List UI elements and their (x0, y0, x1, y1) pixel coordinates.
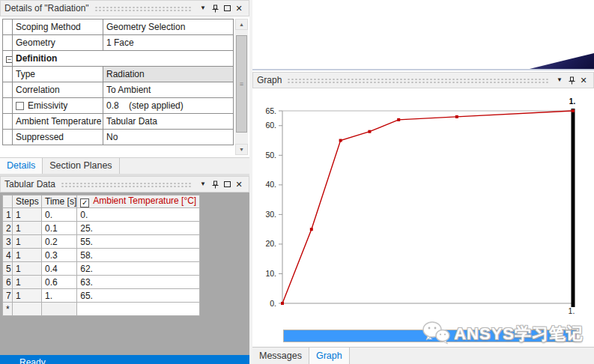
table-row[interactable]: 110.0. (3, 208, 200, 222)
cell-steps[interactable]: 1 (13, 289, 42, 303)
property-row[interactable]: −Definition (3, 51, 234, 67)
cell-ambient-temperature[interactable] (77, 303, 200, 316)
column-header-ambient-temperature[interactable]: ✓Ambient Temperature [°C] (77, 195, 200, 208)
maximize-icon[interactable] (221, 2, 233, 14)
ambient-temperature-checkbox[interactable]: ✓ (80, 198, 89, 207)
property-row[interactable]: Scoping MethodGeometry Selection (3, 19, 234, 35)
tab-section-planes[interactable]: Section Planes (43, 158, 119, 175)
cell-ambient-temperature[interactable]: 0. (77, 208, 200, 222)
property-label: Suppressed (13, 130, 103, 145)
dropdown-arrow-icon[interactable]: ▼ (554, 74, 566, 86)
cell-time[interactable]: 0.1 (42, 222, 77, 235)
table-row[interactable]: * (3, 303, 200, 316)
property-row[interactable]: Emissivity0.8 (step applied) (3, 98, 234, 114)
table-row[interactable]: 510.462. (3, 262, 200, 276)
graph-chart-svg[interactable]: 0.10.20.30.40.50.60.65.1.1. (252, 90, 594, 330)
property-row[interactable]: SuppressedNo (3, 130, 234, 145)
property-row[interactable]: Geometry1 Face (3, 35, 234, 51)
property-value[interactable]: No (103, 130, 234, 145)
maximize-icon[interactable] (221, 178, 233, 190)
details-scrollbar[interactable]: ▲ ≡ ▼ (235, 19, 248, 155)
dropdown-arrow-icon[interactable]: ▼ (197, 2, 209, 14)
table-row[interactable]: 310.255. (3, 235, 200, 249)
data-point-marker (368, 130, 371, 133)
scroll-down-icon[interactable]: ▼ (235, 144, 248, 155)
column-header-steps[interactable]: Steps (13, 195, 42, 208)
tab-graph[interactable]: Graph (309, 348, 350, 364)
close-icon[interactable]: ✕ (233, 178, 245, 190)
cell-ambient-temperature[interactable]: 58. (77, 249, 200, 262)
cell-steps[interactable]: 1 (13, 235, 42, 249)
close-icon[interactable]: ✕ (578, 74, 590, 86)
table-row[interactable]: 410.358. (3, 249, 200, 262)
current-time-label: 1. (569, 97, 576, 106)
cell-ambient-temperature[interactable]: 63. (77, 276, 200, 289)
cell-time[interactable] (42, 303, 77, 316)
graph-titlebar-wrap: Graph ▼ ✕ (252, 72, 594, 88)
cell-time[interactable]: 0.4 (42, 262, 77, 276)
cell-time[interactable]: 0.3 (42, 249, 77, 262)
row-number: 5 (3, 262, 13, 276)
scroll-up-icon[interactable]: ▲ (235, 19, 248, 30)
property-value[interactable]: Geometry Selection (103, 19, 234, 35)
data-point-marker (281, 302, 284, 305)
graph-chart-area[interactable]: 0.10.20.30.40.50.60.65.1.1. (252, 90, 594, 330)
tab-messages[interactable]: Messages (252, 348, 309, 364)
row-gutter (3, 67, 13, 82)
pin-icon[interactable] (209, 2, 221, 14)
y-tick-label: 0. (270, 299, 276, 308)
details-body: Scoping MethodGeometry SelectionGeometry… (0, 16, 249, 157)
property-label: Geometry (13, 35, 103, 51)
row-number: 4 (3, 249, 13, 262)
collapse-minus-icon[interactable]: − (6, 56, 13, 63)
cell-time[interactable]: 0.6 (42, 276, 77, 289)
cell-ambient-temperature[interactable]: 55. (77, 235, 200, 249)
titlebar-texture (61, 182, 192, 188)
property-row[interactable]: Ambient TemperatureTabular Data (3, 114, 234, 130)
cell-steps[interactable]: 1 (13, 249, 42, 262)
category-header[interactable]: Definition (13, 51, 234, 67)
property-value[interactable]: 1 Face (103, 35, 234, 51)
row-gutter (3, 130, 13, 145)
status-text: Ready (0, 355, 252, 364)
cell-steps[interactable]: 1 (13, 222, 42, 235)
cell-ambient-temperature[interactable]: 25. (77, 222, 200, 235)
cell-time[interactable]: 0.2 (42, 235, 77, 249)
y-tick-label: 30. (265, 210, 276, 219)
cell-steps[interactable] (13, 303, 42, 316)
table-row[interactable]: 210.125. (3, 222, 200, 235)
row-number: 3 (3, 235, 13, 249)
close-icon[interactable]: ✕ (233, 2, 245, 14)
property-value[interactable]: To Ambient (103, 82, 234, 98)
pin-icon[interactable] (209, 178, 221, 190)
cell-steps[interactable]: 1 (13, 276, 42, 289)
tabular-header-row: Steps Time [s] ✓Ambient Temperature [°C] (3, 195, 200, 208)
cell-time[interactable]: 1. (42, 289, 77, 303)
scrollbar-thumb[interactable]: ≡ (236, 35, 247, 133)
data-point-marker (572, 109, 575, 112)
column-header-time[interactable]: Time [s] (42, 195, 77, 208)
viewport-corner-graphic (530, 53, 594, 69)
property-value[interactable]: 0.8 (step applied) (103, 98, 234, 114)
cell-time[interactable]: 0. (42, 208, 77, 222)
property-row[interactable]: TypeRadiation (3, 67, 234, 82)
dropdown-arrow-icon[interactable]: ▼ (197, 178, 209, 190)
property-label: Correlation (13, 82, 103, 98)
table-row[interactable]: 610.663. (3, 276, 200, 289)
property-row[interactable]: CorrelationTo Ambient (3, 82, 234, 98)
tabular-panel-title: Tabular Data (4, 179, 55, 189)
property-value[interactable]: Tabular Data (103, 114, 234, 130)
cell-steps[interactable]: 1 (13, 208, 42, 222)
pin-icon[interactable] (566, 74, 578, 86)
cell-ambient-temperature[interactable]: 65. (77, 289, 200, 303)
row-gutter (3, 35, 13, 51)
table-row[interactable]: 711.65. (3, 289, 200, 303)
property-value[interactable]: Radiation (103, 67, 234, 82)
cell-ambient-temperature[interactable]: 62. (77, 262, 200, 276)
row-number: 1 (3, 208, 13, 222)
tab-details[interactable]: Details (0, 158, 43, 175)
emissivity-checkbox[interactable] (16, 102, 24, 110)
data-point-marker (455, 115, 458, 118)
details-table: Scoping MethodGeometry SelectionGeometry… (2, 19, 234, 145)
cell-steps[interactable]: 1 (13, 262, 42, 276)
